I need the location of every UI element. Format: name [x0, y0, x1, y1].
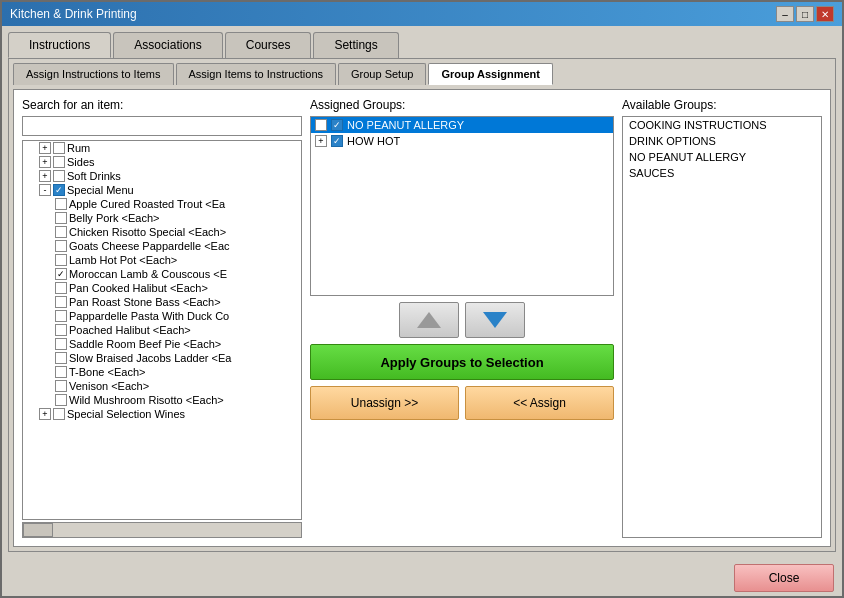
- expand-howhot[interactable]: +: [315, 135, 327, 147]
- search-input[interactable]: [22, 116, 302, 136]
- tree-item-saddle[interactable]: Saddle Room Beef Pie <Each>: [23, 337, 301, 351]
- checkbox-poached[interactable]: [55, 324, 67, 336]
- tree-item-pappardelle[interactable]: Pappardelle Pasta With Duck Co: [23, 309, 301, 323]
- avail-drink[interactable]: DRINK OPTIONS: [623, 133, 821, 149]
- checkbox-pan-halibut[interactable]: [55, 282, 67, 294]
- sub-tab-assign-items[interactable]: Assign Items to Instructions: [176, 63, 337, 85]
- checkbox-apple[interactable]: [55, 198, 67, 210]
- unassign-button[interactable]: Unassign >>: [310, 386, 459, 420]
- tree-item-rum[interactable]: + Rum: [23, 141, 301, 155]
- sub-tab-group-assignment[interactable]: Group Assignment: [428, 63, 553, 85]
- expand-peanut[interactable]: +: [315, 119, 327, 131]
- maximize-button[interactable]: □: [796, 6, 814, 22]
- assigned-label-peanut: NO PEANUT ALLERGY: [347, 119, 464, 131]
- tree-item-pan-bass[interactable]: Pan Roast Stone Bass <Each>: [23, 295, 301, 309]
- avail-peanut[interactable]: NO PEANUT ALLERGY: [623, 149, 821, 165]
- checkbox-moroccan[interactable]: [55, 268, 67, 280]
- checkbox-lamb-hot[interactable]: [55, 254, 67, 266]
- tab-associations[interactable]: Associations: [113, 32, 222, 58]
- tree-scrollbar-h[interactable]: [22, 522, 302, 538]
- bottom-bar: Close: [2, 558, 842, 596]
- tree-item-wines[interactable]: + Special Selection Wines: [23, 407, 301, 421]
- checkbox-chicken[interactable]: [55, 226, 67, 238]
- tree-label-wild: Wild Mushroom Risotto <Each>: [69, 394, 224, 406]
- checkbox-wines[interactable]: [53, 408, 65, 420]
- tree-item-pan-halibut[interactable]: Pan Cooked Halibut <Each>: [23, 281, 301, 295]
- checkbox-soft-drinks[interactable]: [53, 170, 65, 182]
- tree-label-special-menu: Special Menu: [67, 184, 134, 196]
- tree-label-pan-bass: Pan Roast Stone Bass <Each>: [69, 296, 221, 308]
- checkbox-special-menu[interactable]: [53, 184, 65, 196]
- checkbox-pappardelle[interactable]: [55, 310, 67, 322]
- avail-sauces[interactable]: SAUCES: [623, 165, 821, 181]
- checkbox-goats[interactable]: [55, 240, 67, 252]
- expand-icon-sides[interactable]: +: [39, 156, 51, 168]
- minimize-button[interactable]: –: [776, 6, 794, 22]
- arrow-buttons: [310, 302, 614, 338]
- tree-label-moroccan: Moroccan Lamb & Couscous <E: [69, 268, 227, 280]
- expand-icon-soft-drinks[interactable]: +: [39, 170, 51, 182]
- assigned-panel[interactable]: + NO PEANUT ALLERGY + HOW HOT: [310, 116, 614, 296]
- move-down-button[interactable]: [465, 302, 525, 338]
- col-mid: Assigned Groups: + NO PEANUT ALLERGY +: [310, 98, 614, 538]
- tree-item-poached[interactable]: Poached Halibut <Each>: [23, 323, 301, 337]
- tab-instructions[interactable]: Instructions: [8, 32, 111, 58]
- scrollbar-thumb-h[interactable]: [23, 523, 53, 537]
- tree-item-moroccan[interactable]: Moroccan Lamb & Couscous <E: [23, 267, 301, 281]
- checkbox-assigned-peanut[interactable]: [331, 119, 343, 131]
- tree-item-chicken[interactable]: Chicken Risotto Special <Each>: [23, 225, 301, 239]
- tree-item-goats[interactable]: Goats Cheese Pappardelle <Eac: [23, 239, 301, 253]
- checkbox-pan-bass[interactable]: [55, 296, 67, 308]
- assigned-item-peanut[interactable]: + NO PEANUT ALLERGY: [311, 117, 613, 133]
- tab-settings[interactable]: Settings: [313, 32, 398, 58]
- tree-label-saddle: Saddle Room Beef Pie <Each>: [69, 338, 221, 350]
- sub-panel: Search for an item: + Rum +: [13, 89, 831, 547]
- assigned-item-howhot[interactable]: + HOW HOT: [311, 133, 613, 149]
- checkbox-belly[interactable]: [55, 212, 67, 224]
- tree-item-soft-drinks[interactable]: + Soft Drinks: [23, 169, 301, 183]
- tree-label-wines: Special Selection Wines: [67, 408, 185, 420]
- assign-button[interactable]: << Assign: [465, 386, 614, 420]
- tree-item-wild[interactable]: Wild Mushroom Risotto <Each>: [23, 393, 301, 407]
- move-up-button[interactable]: [399, 302, 459, 338]
- expand-icon-rum[interactable]: +: [39, 142, 51, 154]
- avail-cooking[interactable]: COOKING INSTRUCTIONS: [623, 117, 821, 133]
- expand-icon-special-menu[interactable]: -: [39, 184, 51, 196]
- tree-panel[interactable]: + Rum + Sides: [22, 140, 302, 520]
- checkbox-assigned-howhot[interactable]: [331, 135, 343, 147]
- assign-row: Unassign >> << Assign: [310, 386, 614, 420]
- checkbox-rum[interactable]: [53, 142, 65, 154]
- title-bar: Kitchen & Drink Printing – □ ✕: [2, 2, 842, 26]
- tree-label-pan-halibut: Pan Cooked Halibut <Each>: [69, 282, 208, 294]
- tree-label-pappardelle: Pappardelle Pasta With Duck Co: [69, 310, 229, 322]
- tree-label-tbone: T-Bone <Each>: [69, 366, 145, 378]
- apply-groups-button[interactable]: Apply Groups to Selection: [310, 344, 614, 380]
- arrow-up-icon: [417, 312, 441, 328]
- close-button[interactable]: Close: [734, 564, 834, 592]
- tree-item-venison[interactable]: Venison <Each>: [23, 379, 301, 393]
- arrow-down-icon: [483, 312, 507, 328]
- expand-icon-wines[interactable]: +: [39, 408, 51, 420]
- checkbox-saddle[interactable]: [55, 338, 67, 350]
- sub-tab-group-setup[interactable]: Group Setup: [338, 63, 426, 85]
- checkbox-venison[interactable]: [55, 380, 67, 392]
- main-window: Kitchen & Drink Printing – □ ✕ Instructi…: [0, 0, 844, 598]
- checkbox-wild[interactable]: [55, 394, 67, 406]
- checkbox-slow[interactable]: [55, 352, 67, 364]
- window-close-button[interactable]: ✕: [816, 6, 834, 22]
- tree-item-belly[interactable]: Belly Pork <Each>: [23, 211, 301, 225]
- three-col-layout: Search for an item: + Rum +: [22, 98, 822, 538]
- checkbox-sides[interactable]: [53, 156, 65, 168]
- checkbox-tbone[interactable]: [55, 366, 67, 378]
- tree-item-apple[interactable]: Apple Cured Roasted Trout <Ea: [23, 197, 301, 211]
- tab-courses[interactable]: Courses: [225, 32, 312, 58]
- col-left: Search for an item: + Rum +: [22, 98, 302, 538]
- tree-item-sides[interactable]: + Sides: [23, 155, 301, 169]
- sub-tab-assign-instructions[interactable]: Assign Instructions to Items: [13, 63, 174, 85]
- tree-item-tbone[interactable]: T-Bone <Each>: [23, 365, 301, 379]
- available-panel[interactable]: COOKING INSTRUCTIONS DRINK OPTIONS NO PE…: [622, 116, 822, 538]
- tree-item-special-menu[interactable]: - Special Menu: [23, 183, 301, 197]
- main-tabs-row: Instructions Associations Courses Settin…: [8, 32, 836, 58]
- tree-item-slow[interactable]: Slow Braised Jacobs Ladder <Ea: [23, 351, 301, 365]
- tree-item-lamb-hot[interactable]: Lamb Hot Pot <Each>: [23, 253, 301, 267]
